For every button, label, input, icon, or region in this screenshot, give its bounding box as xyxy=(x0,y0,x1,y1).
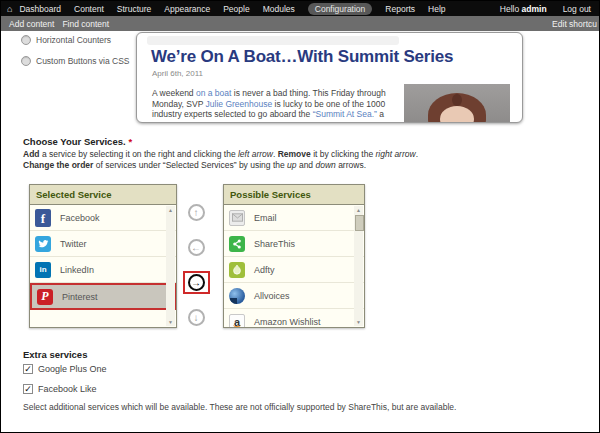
article-excerpt: A weekend on a boat is never a bad thing… xyxy=(152,88,402,120)
preview-top-strip xyxy=(147,36,399,45)
left-arrow-icon: ← xyxy=(191,243,201,253)
service-label: Adfty xyxy=(254,265,275,275)
toolbar-item-reports[interactable]: Reports xyxy=(385,4,415,14)
extra-services-description: Select additional services which will be… xyxy=(23,402,456,412)
article-title: We’re On A Boat…With Summit Series xyxy=(151,47,453,67)
service-label: ShareThis xyxy=(254,239,295,249)
highlight-box: → xyxy=(183,271,210,294)
shortcut-add-content[interactable]: Add content xyxy=(9,19,54,29)
checkbox-icon[interactable]: ✓ xyxy=(23,364,33,374)
required-mark: * xyxy=(129,136,133,147)
service-row-allvoices[interactable]: Allvoices xyxy=(224,283,364,309)
toolbar-item-configuration[interactable]: Configuration xyxy=(308,3,373,15)
widget-type-radios: Horizontal Counters Custom Buttons via C… xyxy=(21,35,130,77)
toolbar-item-structure[interactable]: Structure xyxy=(117,4,152,14)
service-row-adfty[interactable]: Adfty xyxy=(224,257,364,283)
adfty-icon xyxy=(229,262,245,278)
facebook-icon: f xyxy=(35,209,51,227)
help-bold: Remove xyxy=(278,149,311,159)
choose-services-heading: Choose Your Services.* xyxy=(23,136,132,147)
move-up-button[interactable]: ↑ xyxy=(188,204,205,221)
service-row-twitter[interactable]: Twitter xyxy=(30,231,176,257)
service-row-linkedin[interactable]: in LinkedIn xyxy=(30,257,176,283)
excerpt-link[interactable]: on a boat xyxy=(196,88,231,98)
selected-list-scrollbar[interactable]: ▲ ▼ xyxy=(166,206,175,326)
toolbar-item-content[interactable]: Content xyxy=(74,4,104,14)
email-icon xyxy=(229,210,245,226)
help-text: a service by selecting it on the right a… xyxy=(40,149,238,159)
possible-services-list: Email ShareThis Adfty Allvoices a Ama xyxy=(224,205,364,327)
scroll-up-icon[interactable]: ▲ xyxy=(354,206,363,214)
radio-label: Custom Buttons via CSS xyxy=(36,56,130,66)
move-up-button-wrap: ↑ xyxy=(181,204,211,221)
down-arrow-icon: ↓ xyxy=(194,313,199,323)
twitter-icon xyxy=(35,236,51,252)
scroll-up-icon[interactable]: ▲ xyxy=(166,206,175,214)
service-row-sharethis[interactable]: ShareThis xyxy=(224,231,364,257)
excerpt-text: a xyxy=(377,109,384,119)
help-italic: down xyxy=(315,160,335,170)
help-italic: right arrow xyxy=(376,149,416,159)
allvoices-icon xyxy=(229,288,245,304)
username-link[interactable]: admin xyxy=(522,4,547,14)
logout-link[interactable]: Log out xyxy=(563,4,591,14)
scroll-down-icon[interactable]: ▼ xyxy=(354,318,363,326)
possible-services-header: Possible Services xyxy=(224,185,364,205)
toolbar-item-help[interactable]: Help xyxy=(428,4,445,14)
radio-custom-buttons[interactable]: Custom Buttons via CSS xyxy=(21,56,130,66)
scroll-down-icon[interactable]: ▼ xyxy=(166,318,175,326)
admin-toolbar: ⌂ Dashboard Content Structure Appearance… xyxy=(1,1,599,16)
extra-services-heading: Extra services xyxy=(23,349,87,360)
help-text: of services under “Selected Services” by… xyxy=(93,160,287,170)
excerpt-link[interactable]: “Summit At Sea.” xyxy=(313,109,377,119)
home-icon[interactable]: ⌂ xyxy=(7,4,12,14)
service-row-amazon-wishlist[interactable]: a Amazon Wishlist xyxy=(224,309,364,327)
article-photo xyxy=(404,84,510,123)
photo-hair-part xyxy=(452,94,462,106)
services-help-text: Add a service by selecting it on the rig… xyxy=(23,149,418,170)
checkbox-facebook-like[interactable]: ✓ Facebook Like xyxy=(23,384,97,394)
toolbar-item-dashboard[interactable]: Dashboard xyxy=(19,4,61,14)
checkbox-label: Google Plus One xyxy=(38,364,107,374)
radio-label: Horizontal Counters xyxy=(36,35,111,45)
move-down-button-wrap: ↓ xyxy=(181,309,211,326)
article-preview-card: We’re On A Boat…With Summit Series April… xyxy=(136,32,523,123)
toolbar-item-modules[interactable]: Modules xyxy=(263,4,295,14)
service-row-facebook[interactable]: f Facebook xyxy=(30,205,176,231)
shortcut-bar: Add content Find content Edit shortcu xyxy=(1,16,599,31)
shortcut-find-content[interactable]: Find content xyxy=(62,19,109,29)
help-text: arrows. xyxy=(336,160,366,170)
radio-horizontal-counters[interactable]: Horizontal Counters xyxy=(21,35,130,45)
amazon-smile xyxy=(233,322,241,327)
scrollbar-thumb[interactable] xyxy=(355,215,364,231)
remove-service-right-button[interactable]: → xyxy=(188,274,205,291)
toolbar-item-appearance[interactable]: Appearance xyxy=(164,4,210,14)
toolbar-item-people[interactable]: People xyxy=(223,4,249,14)
service-label: LinkedIn xyxy=(60,265,94,275)
service-label: Facebook xyxy=(60,213,100,223)
service-label: Email xyxy=(254,213,277,223)
checkbox-icon[interactable]: ✓ xyxy=(23,384,33,394)
service-row-email[interactable]: Email xyxy=(224,205,364,231)
radio-icon[interactable] xyxy=(21,35,31,45)
amazon-wishlist-icon: a xyxy=(229,314,245,328)
excerpt-text: A weekend xyxy=(152,88,196,98)
possible-list-scrollbar[interactable]: ▲ ▼ xyxy=(354,206,363,326)
service-row-pinterest[interactable]: P Pinterest xyxy=(30,283,176,310)
help-italic: up xyxy=(287,160,296,170)
help-bold: Change the order xyxy=(23,160,93,170)
selected-services-header: Selected Service xyxy=(30,185,176,205)
radio-icon[interactable] xyxy=(21,56,31,66)
move-left-button-wrap: ← xyxy=(181,239,211,256)
help-bold: Add xyxy=(23,149,40,159)
excerpt-link[interactable]: Julie Greenhouse xyxy=(206,99,273,109)
user-greeting: Hello admin xyxy=(500,4,547,14)
help-text: . xyxy=(416,149,418,159)
add-service-left-button[interactable]: ← xyxy=(188,239,205,256)
speech-tail xyxy=(230,298,237,304)
up-arrow-icon: ↑ xyxy=(194,208,199,218)
checkbox-google-plus-one[interactable]: ✓ Google Plus One xyxy=(23,364,107,374)
help-line-2: Change the order of services under “Sele… xyxy=(23,160,418,171)
move-down-button[interactable]: ↓ xyxy=(188,309,205,326)
edit-shortcuts-link[interactable]: Edit shortcu xyxy=(552,19,597,29)
